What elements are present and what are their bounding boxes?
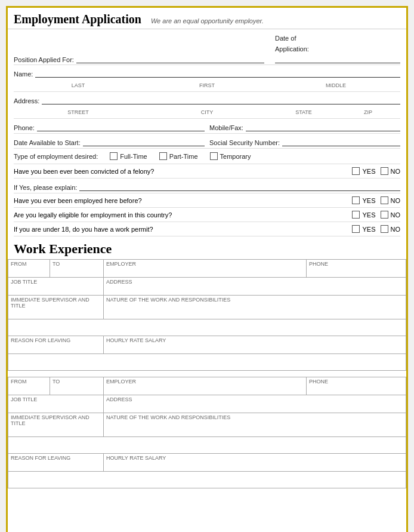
mobile-field: Mobile/Fax: xyxy=(209,122,400,131)
felony-no-checkbox[interactable] xyxy=(381,167,388,175)
reason-label-1: Reason for Leaving xyxy=(11,337,70,343)
employed-here-row: Have you ever been employed here before?… xyxy=(14,193,400,208)
from-label-2: FROM xyxy=(11,379,27,385)
fulltime-label: Full-Time xyxy=(120,153,147,160)
work-table-2: FROM TO EMPLOYER PHONE JOB TITLE ADDRESS xyxy=(8,377,406,488)
job-title-label-2: JOB TITLE xyxy=(11,396,37,402)
reason-cell-2: Reason for Leaving xyxy=(8,454,104,472)
work-permit-yes[interactable]: YES xyxy=(352,225,375,233)
employer-label-2: EMPLOYER xyxy=(106,379,136,385)
eligible-question: Are you legally eligible for employment … xyxy=(14,211,352,219)
we-row-reason-1: Reason for Leaving Hourly Rate Salary xyxy=(8,336,406,354)
we-row-empty2-2 xyxy=(8,472,406,488)
position-field: Position Applied For: xyxy=(14,32,264,63)
table-spacer xyxy=(8,371,406,377)
explain-input-line[interactable] xyxy=(79,182,400,191)
work-permit-yes-checkbox[interactable] xyxy=(352,225,360,233)
employed-here-no[interactable]: NO xyxy=(381,196,401,204)
hourly-label-2: Hourly Rate Salary xyxy=(106,455,166,461)
fulltime-checkbox[interactable] xyxy=(110,152,118,160)
felony-question: Have you been ever been convicted of a f… xyxy=(14,168,352,175)
supervisor-label-1: Immediate supervisor and title xyxy=(11,297,89,309)
work-permit-no-checkbox[interactable] xyxy=(381,225,388,233)
eligible-yn: YES NO xyxy=(352,211,400,219)
nature-cell-2: Nature of the work and responsibilities xyxy=(104,413,406,437)
phone-header-1: PHONE xyxy=(307,260,406,278)
eligible-no-checkbox[interactable] xyxy=(381,211,388,219)
employed-here-yes-label: YES xyxy=(362,197,375,204)
we-row-header-2: FROM TO EMPLOYER PHONE xyxy=(8,377,406,395)
work-permit-no-label: NO xyxy=(391,226,401,233)
work-experience-title: Work Experience xyxy=(8,236,406,259)
felony-yn-options: YES NO xyxy=(352,167,400,175)
date-application-label: Application: xyxy=(275,45,309,53)
eligible-no-label: NO xyxy=(391,211,401,219)
we-row-supervisor-2: Immediate supervisor and title Nature of… xyxy=(8,413,406,437)
date-input-line[interactable] xyxy=(275,54,400,63)
to-header-1: TO xyxy=(50,260,104,278)
empty-cell2-1 xyxy=(8,354,406,371)
phone-input-line[interactable] xyxy=(37,122,205,131)
eligible-row: Are you legally eligible for employment … xyxy=(14,208,400,222)
employed-here-yes-checkbox[interactable] xyxy=(352,196,360,204)
supervisor-cell-1: Immediate supervisor and title xyxy=(8,296,104,319)
work-permit-row: If you are under 18, do you have a work … xyxy=(14,222,400,236)
temporary-checkbox[interactable] xyxy=(210,152,218,160)
phone-label-2: PHONE xyxy=(309,379,328,385)
we-row-reason-2: Reason for Leaving Hourly Rate Salary xyxy=(8,454,406,472)
employer-header-2: EMPLOYER xyxy=(104,377,307,395)
empty-cell2-2 xyxy=(8,472,406,488)
temporary-option[interactable]: Temporary xyxy=(210,152,251,160)
we-row-empty-2 xyxy=(8,437,406,454)
to-header-2: TO xyxy=(50,377,104,395)
form-body: Position Applied For: Date of Applicatio… xyxy=(8,29,406,236)
date-avail-label: Date Available to Start: xyxy=(14,139,81,146)
explain-label: If Yes, please explain: xyxy=(14,184,77,191)
address-input-line[interactable] xyxy=(42,95,400,104)
state-sublabel: STATE xyxy=(295,109,312,115)
hourly-cell-2: Hourly Rate Salary xyxy=(104,454,406,472)
felony-yes[interactable]: YES xyxy=(352,167,375,175)
ssn-label: Social Security Number: xyxy=(209,139,280,146)
employed-here-yn: YES NO xyxy=(352,196,400,204)
we-row-empty2-1 xyxy=(8,354,406,371)
phone-label: Phone: xyxy=(14,124,35,131)
ssn-input-line[interactable] xyxy=(282,137,400,146)
fulltime-option[interactable]: Full-Time xyxy=(110,152,147,160)
felony-no-label: NO xyxy=(391,168,401,175)
name-label: Name: xyxy=(14,70,33,78)
page-header: Employment Application We are an equal o… xyxy=(8,8,406,29)
felony-no[interactable]: NO xyxy=(381,167,401,175)
parttime-checkbox[interactable] xyxy=(159,152,167,160)
supervisor-label-2: Immediate supervisor and title xyxy=(11,414,89,426)
work-permit-no[interactable]: NO xyxy=(381,225,401,233)
we-row-supervisor-1: Immediate supervisor and title Nature of… xyxy=(8,296,406,319)
nature-label-1: Nature of the work and responsibilities xyxy=(106,297,230,303)
supervisor-cell-2: Immediate supervisor and title xyxy=(8,413,104,437)
address-label-we-1: ADDRESS xyxy=(106,279,132,285)
we-row-empty-1 xyxy=(8,319,406,336)
job-title-cell-1: JOB TITLE xyxy=(8,278,104,296)
employed-here-yes[interactable]: YES xyxy=(352,196,375,204)
eligible-yes[interactable]: YES xyxy=(352,211,375,219)
work-experience-table-1: FROM TO EMPLOYER PHONE JOB TITLE ADDRESS xyxy=(8,259,406,371)
eligible-yes-checkbox[interactable] xyxy=(352,211,360,219)
felony-yes-checkbox[interactable] xyxy=(352,167,360,175)
reason-cell-1: Reason for Leaving xyxy=(8,336,104,354)
eligible-no[interactable]: NO xyxy=(381,211,401,219)
mobile-input-line[interactable] xyxy=(246,122,400,131)
phone-label-1: PHONE xyxy=(309,261,328,267)
position-input-line[interactable] xyxy=(76,54,264,63)
parttime-option[interactable]: Part-Time xyxy=(159,152,198,160)
temporary-label: Temporary xyxy=(220,153,251,160)
work-permit-yn: YES NO xyxy=(352,225,400,233)
from-header-1: FROM xyxy=(8,260,50,278)
date-avail-input-line[interactable] xyxy=(83,137,205,146)
job-title-label-1: JOB TITLE xyxy=(11,279,37,285)
employed-here-no-checkbox[interactable] xyxy=(381,196,388,204)
work-permit-question: If you are under 18, do you have a work … xyxy=(14,226,352,233)
work-permit-yes-label: YES xyxy=(362,226,375,233)
to-label-1: TO xyxy=(52,261,60,267)
felony-row: Have you been ever been convicted of a f… xyxy=(14,164,400,179)
name-input-line[interactable] xyxy=(35,68,400,78)
